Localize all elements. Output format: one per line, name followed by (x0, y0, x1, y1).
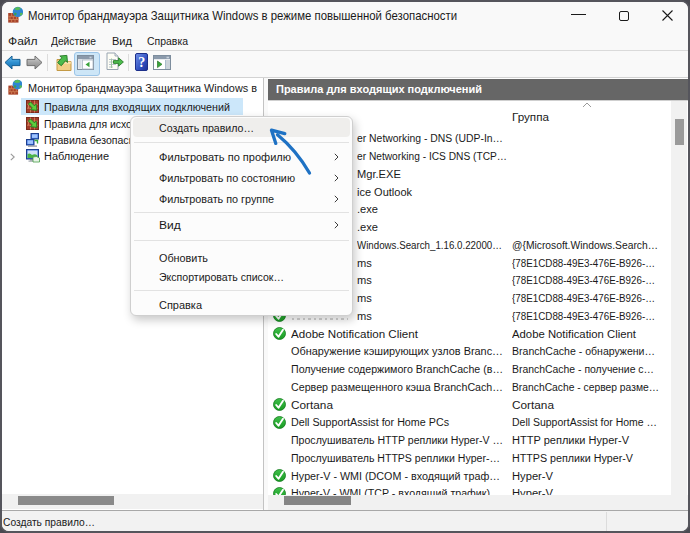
svg-text:?: ? (138, 55, 145, 70)
